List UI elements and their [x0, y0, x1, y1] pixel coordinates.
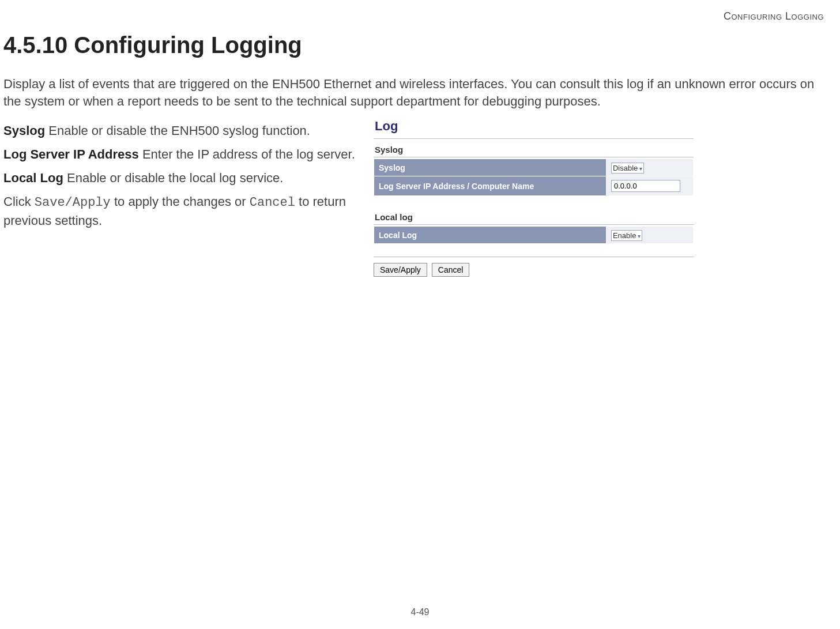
local-log-label: Local Log	[374, 227, 607, 244]
syslog-control-cell: Disable▾	[606, 159, 693, 176]
desc-log-server: Enter the IP address of the log server.	[139, 147, 355, 161]
save-apply-button[interactable]: Save/Apply	[374, 263, 427, 277]
term-log-server: Log Server IP Address	[3, 147, 139, 161]
panel-title: Log	[374, 116, 694, 139]
action-mid: to apply the changes or	[111, 194, 250, 209]
cancel-button[interactable]: Cancel	[432, 263, 470, 277]
term-syslog: Syslog	[3, 123, 45, 138]
local-log-control-cell: Enable▾	[606, 227, 693, 244]
desc-local-log: Enable or disable the local log service.	[63, 171, 284, 185]
local-log-select-value: Enable	[613, 231, 636, 240]
table-row: Syslog Disable▾	[374, 159, 694, 176]
syslog-select[interactable]: Disable▾	[611, 163, 644, 174]
syslog-label: Syslog	[374, 159, 607, 176]
button-row: Save/Apply Cancel	[374, 263, 694, 277]
action-pre: Click	[3, 194, 35, 209]
local-log-section-title: Local log	[374, 206, 694, 225]
syslog-section-title: Syslog	[374, 139, 694, 157]
chevron-down-icon: ▾	[639, 165, 642, 172]
definition-log-server: Log Server IP Address Enter the IP addre…	[3, 146, 369, 164]
panel-divider	[374, 257, 694, 257]
ip-label: Log Server IP Address / Computer Name	[374, 176, 607, 196]
syslog-table: Syslog Disable▾ Log Server IP Address / …	[374, 159, 694, 196]
chevron-down-icon: ▾	[638, 233, 641, 239]
table-row: Log Server IP Address / Computer Name	[374, 176, 694, 196]
term-local-log: Local Log	[3, 171, 63, 185]
log-server-ip-input[interactable]	[611, 180, 680, 192]
desc-syslog: Enable or disable the ENH500 syslog func…	[45, 123, 310, 138]
section-heading: 4.5.10 Configuring Logging	[3, 32, 840, 58]
log-config-panel: Log Syslog Syslog Disable▾ Log Server IP…	[374, 116, 694, 277]
header-breadcrumb: Configuring Logging	[724, 10, 824, 22]
page-number: 4-49	[0, 607, 840, 617]
action-save-text: Save/Apply	[35, 195, 111, 210]
definition-action: Click Save/Apply to apply the changes or…	[3, 193, 369, 230]
local-log-select[interactable]: Enable▾	[611, 230, 642, 241]
ip-control-cell	[606, 176, 693, 196]
section-intro: Display a list of events that are trigge…	[3, 76, 824, 110]
syslog-select-value: Disable	[613, 164, 638, 172]
definition-local-log: Local Log Enable or disable the local lo…	[3, 170, 369, 187]
definition-syslog: Syslog Enable or disable the ENH500 sysl…	[3, 122, 369, 140]
action-cancel-text: Cancel	[250, 195, 295, 210]
local-log-table: Local Log Enable▾	[374, 226, 694, 244]
table-row: Local Log Enable▾	[374, 227, 694, 244]
